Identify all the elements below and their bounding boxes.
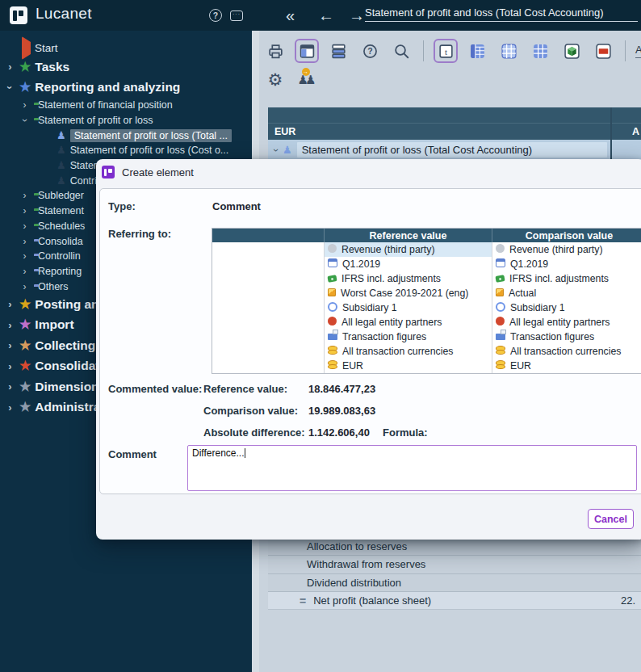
- reference-value-list: Revenue (third party)Q1.2019IFRS incl. a…: [325, 242, 492, 373]
- chevron-right-icon[interactable]: ›: [5, 380, 15, 393]
- list-item-label: All legal entity partners: [341, 317, 442, 328]
- toolbar-separator: [625, 40, 626, 61]
- list-item-revenue-third-party[interactable]: Revenue (third party): [325, 242, 492, 257]
- search-button[interactable]: [389, 39, 413, 63]
- list-item-all-legal-entity-partners[interactable]: All legal entity partners: [325, 315, 492, 330]
- comparison-value: 19.989.083,63: [308, 405, 375, 417]
- table-row-allocation-to-reserves[interactable]: Allocation to reserves: [268, 538, 641, 556]
- star-gold-icon: ★: [19, 297, 31, 312]
- print-button[interactable]: [263, 39, 287, 63]
- sidebar-item-statement-of-profit-or-loss-total[interactable]: ♟Statement of profit or loss (Total ...: [0, 128, 252, 143]
- view-selector-dropdown[interactable]: Actual vs. Bu: [635, 44, 641, 58]
- chevron-right-icon[interactable]: ›: [19, 266, 30, 277]
- page-title[interactable]: Statement of profit and loss (Total Cost…: [365, 6, 638, 22]
- chevron-right-icon[interactable]: ›: [5, 61, 15, 73]
- calendar-icon: [496, 258, 505, 270]
- dialog-title: Create element: [122, 166, 194, 178]
- help-button[interactable]: ?: [358, 39, 382, 63]
- grid-light-button[interactable]: [496, 39, 521, 63]
- sidebar-item-start[interactable]: Start: [0, 39, 252, 57]
- table-row-net-profit-balance-sheet[interactable]: =Net profit (balance sheet)22.: [268, 592, 641, 610]
- chevron-right-icon[interactable]: ›: [19, 250, 30, 262]
- chevron-right-icon[interactable]: ›: [19, 99, 30, 111]
- settings-gear-button[interactable]: ⚙: [263, 68, 287, 92]
- text-cell-icon: t: [438, 43, 455, 60]
- sidebar-item-statement-of-financial-position[interactable]: ›Statement of financial position: [0, 98, 252, 113]
- list-item-label: Revenue (third party): [341, 244, 435, 255]
- chevron-right-icon[interactable]: ›: [19, 236, 30, 247]
- pawn-dark-icon: ♟: [57, 175, 66, 187]
- list-item-eur[interactable]: EUR: [492, 359, 641, 373]
- chevron-right-icon[interactable]: ›: [5, 401, 15, 414]
- table-row-withdrawal-from-reserves[interactable]: Withdrawal from reserves: [268, 556, 641, 573]
- list-item-eur[interactable]: EUR: [325, 359, 492, 373]
- reference-column-header: Reference value: [325, 229, 492, 242]
- chevron-down-icon[interactable]: ›: [4, 82, 16, 93]
- list-item-label: IFRS incl. adjustments: [341, 273, 441, 284]
- list-item-label: All transaction currencies: [510, 346, 621, 357]
- root-row-label: Statement of profit or loss (Total Cost …: [297, 142, 607, 158]
- rows-view-button[interactable]: [326, 39, 350, 63]
- cube-button[interactable]: [559, 39, 584, 63]
- sidebar-item-label: Collecting: [35, 338, 95, 353]
- table-root-row[interactable]: › ♟ Statement of profit or loss (Total C…: [268, 140, 641, 160]
- chevron-right-icon[interactable]: ›: [5, 319, 15, 331]
- grid-button[interactable]: [528, 39, 552, 63]
- table-row-dividend-distribution[interactable]: Dividend distribution: [268, 574, 641, 592]
- grid-frozen-button[interactable]: [465, 39, 489, 63]
- list-item-ifrs-incl-adjustments[interactable]: IFRS incl. adjustments: [492, 271, 641, 286]
- create-element-dialog: Create element Type: Comment Referring t…: [96, 159, 641, 540]
- list-item-revenue-third-party[interactable]: Revenue (third party): [492, 242, 641, 257]
- chevron-right-icon[interactable]: ›: [19, 190, 30, 201]
- sidebar-item-label: Dimension: [35, 380, 98, 394]
- sidebar-item-label: Statement: [38, 205, 84, 216]
- list-item-q1-2019[interactable]: Q1.2019: [492, 257, 641, 271]
- list-item-all-legal-entity-partners[interactable]: All legal entity partners: [492, 315, 641, 330]
- list-item-all-transaction-currencies[interactable]: All transaction currencies: [492, 344, 641, 359]
- star-pink-icon: ★: [19, 317, 31, 332]
- back-icon[interactable]: ←: [318, 0, 334, 31]
- help-circle-icon[interactable]: ?: [209, 0, 222, 31]
- text-cell-button[interactable]: t: [434, 39, 458, 63]
- report-red-button[interactable]: [591, 39, 615, 63]
- chevron-down-icon[interactable]: ›: [270, 149, 282, 152]
- switch-user-button[interactable]: ♟♟→: [295, 68, 319, 92]
- dialog-form-panel: Type: Comment Referring to: Reference va…: [99, 188, 641, 494]
- list-item-ifrs-incl-adjustments[interactable]: IFRS incl. adjustments: [325, 271, 492, 286]
- cancel-button[interactable]: Cancel: [588, 509, 634, 529]
- toolbar-separator: [423, 40, 424, 61]
- list-item-q1-2019[interactable]: Q1.2019: [325, 257, 492, 271]
- ring-blue-icon: [496, 302, 505, 314]
- list-item-transaction-figures[interactable]: Transaction figures: [492, 330, 641, 344]
- row-value: 22.: [621, 594, 635, 607]
- chevron-right-icon[interactable]: ›: [5, 360, 15, 372]
- chevron-right-icon[interactable]: ›: [19, 281, 30, 292]
- list-item-transaction-figures[interactable]: Transaction figures: [325, 330, 492, 344]
- absolute-difference-label: Absolute difference:: [203, 426, 305, 439]
- sidebar-item-tasks[interactable]: ›★Tasks: [0, 57, 252, 78]
- coins-icon: [496, 346, 505, 357]
- chevron-right-icon[interactable]: ›: [19, 220, 30, 232]
- sidebar-item-statement-of-profit-or-loss[interactable]: ›Statement of profit or loss: [0, 113, 252, 128]
- list-item-all-transaction-currencies[interactable]: All transaction currencies: [325, 344, 492, 359]
- chevron-right-icon[interactable]: ›: [5, 339, 15, 351]
- panel-view-button[interactable]: [295, 39, 319, 63]
- list-item-actual[interactable]: Actual: [492, 286, 641, 300]
- lucanet-dialog-logo-icon: [102, 166, 115, 178]
- comment-textarea[interactable]: Difference...: [187, 445, 637, 491]
- calendar-icon: [328, 258, 337, 270]
- help-icon: ?: [362, 43, 379, 60]
- sidebar-item-reporting-and-analyzing[interactable]: ›★Reporting and analyzing: [0, 78, 252, 99]
- list-item-subsidiary-1[interactable]: Subsidiary 1: [492, 300, 641, 315]
- cube-icon: [563, 43, 580, 60]
- chevron-down-icon[interactable]: ›: [19, 116, 31, 126]
- forward-icon[interactable]: →: [349, 0, 365, 31]
- chevron-right-icon[interactable]: ›: [5, 298, 15, 310]
- feedback-bubble-icon[interactable]: ···: [230, 0, 243, 31]
- list-item-worst-case-2019-2021-eng[interactable]: Worst Case 2019-2021 (eng): [325, 286, 492, 300]
- sidebar-item-statement-of-profit-or-loss-cost-o[interactable]: ♟Statement of profit or loss (Cost o...: [0, 143, 252, 158]
- list-item-subsidiary-1[interactable]: Subsidiary 1: [325, 300, 492, 315]
- collapse-panel-icon[interactable]: «: [286, 0, 295, 31]
- chevron-right-icon[interactable]: ›: [19, 205, 30, 216]
- reference-value-label: Reference value:: [203, 383, 287, 395]
